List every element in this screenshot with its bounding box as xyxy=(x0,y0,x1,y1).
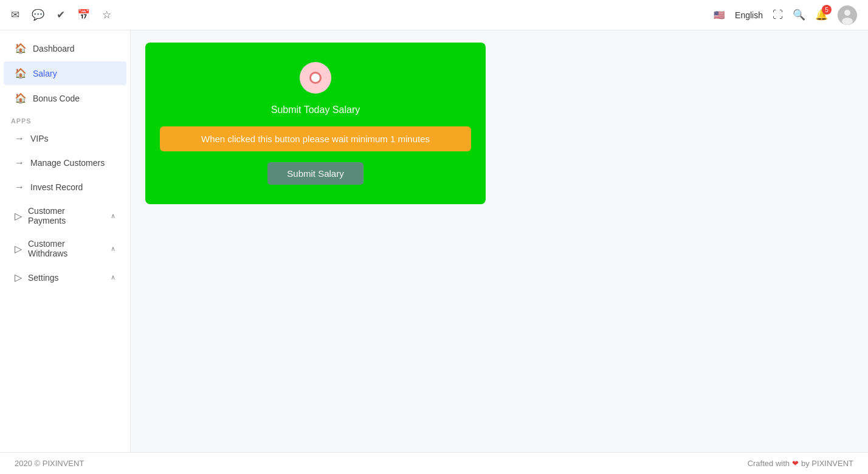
chevron-up-icon-settings: ∧ xyxy=(111,273,115,281)
main-content: Submit Today Salary When clicked this bu… xyxy=(131,30,868,474)
avatar[interactable] xyxy=(838,5,857,25)
triangle-icon-payments: ▷ xyxy=(15,210,22,222)
sidebar-label-vips: VIPs xyxy=(30,134,49,143)
footer: 2020 © PIXINVENT Crafted with ❤ by PIXIN… xyxy=(0,452,868,474)
radio-icon xyxy=(300,62,331,94)
card-title: Submit Today Salary xyxy=(271,105,360,115)
sidebar-item-customer-withdraws[interactable]: ▷ Customer Withdraws ∧ xyxy=(4,233,126,264)
sidebar-label-manage: Manage Customers xyxy=(30,158,105,168)
sidebar-label-dashboard: Dashboard xyxy=(33,44,75,53)
flag-icon: 🇺🇸 xyxy=(714,10,725,21)
check-icon[interactable]: ✔ xyxy=(57,9,65,21)
topnav-icons: ✉ 💬 ✔ 📅 ☆ xyxy=(11,9,111,21)
crafted-text: Crafted with xyxy=(748,459,790,468)
mail-icon[interactable]: ✉ xyxy=(11,9,19,21)
heart-icon: ❤ xyxy=(792,459,799,468)
star-icon[interactable]: ☆ xyxy=(102,9,111,21)
arrow-icon-vips: → xyxy=(15,133,24,144)
triangle-icon-withdraws: ▷ xyxy=(15,243,22,255)
footer-copyright: 2020 © PIXINVENT xyxy=(15,459,84,468)
arrow-icon-invest: → xyxy=(15,182,24,193)
notification-bell[interactable]: 🔔 5 xyxy=(815,9,828,21)
chevron-up-icon-withdraws: ∧ xyxy=(111,245,115,253)
sidebar-item-customer-payments[interactable]: ▷ Customer Payments ∧ xyxy=(4,200,126,232)
sidebar-label-payments: Customer Payments xyxy=(28,206,105,225)
svg-point-2 xyxy=(842,18,853,25)
svg-point-1 xyxy=(844,10,850,16)
sidebar-item-settings[interactable]: ▷ Settings ∧ xyxy=(4,266,126,289)
salary-icon: 🏠 xyxy=(15,67,27,79)
sidebar-item-bonus-code[interactable]: 🏠 Bonus Code xyxy=(4,86,126,110)
search-icon[interactable]: 🔍 xyxy=(793,9,805,21)
triangle-icon-settings: ▷ xyxy=(15,272,22,283)
sidebar: 🏠 Dashboard 🏠 Salary 🏠 Bonus Code APPS →… xyxy=(0,30,131,474)
home-icon: 🏠 xyxy=(15,43,27,54)
calendar-icon[interactable]: 📅 xyxy=(77,9,90,21)
salary-card: Submit Today Salary When clicked this bu… xyxy=(145,43,486,204)
bonus-icon: 🏠 xyxy=(15,92,27,104)
chat-icon[interactable]: 💬 xyxy=(32,9,44,21)
topnav-right: 🇺🇸 English ⛶ 🔍 🔔 5 xyxy=(714,5,857,25)
sidebar-item-vips[interactable]: → VIPs xyxy=(4,127,126,150)
sidebar-label-bonus: Bonus Code xyxy=(33,94,80,103)
warning-bar: When clicked this button please wait min… xyxy=(160,126,471,151)
main-layout: 🏠 Dashboard 🏠 Salary 🏠 Bonus Code APPS →… xyxy=(0,30,868,474)
fullscreen-icon[interactable]: ⛶ xyxy=(773,9,783,21)
sidebar-item-manage-customers[interactable]: → Manage Customers xyxy=(4,151,126,174)
language-label[interactable]: English xyxy=(735,10,763,20)
sidebar-label-invest: Invest Record xyxy=(30,182,83,192)
notification-badge: 5 xyxy=(822,5,832,15)
by-text: by PIXINVENT xyxy=(801,459,853,468)
radio-inner xyxy=(309,72,322,84)
arrow-icon-manage: → xyxy=(15,157,24,168)
footer-crafted: Crafted with ❤ by PIXINVENT xyxy=(748,459,853,468)
sidebar-item-salary[interactable]: 🏠 Salary xyxy=(4,61,126,85)
sidebar-item-invest-record[interactable]: → Invest Record xyxy=(4,176,126,199)
sidebar-label-salary: Salary xyxy=(33,69,57,78)
sidebar-label-withdraws: Customer Withdraws xyxy=(28,239,105,258)
sidebar-item-dashboard[interactable]: 🏠 Dashboard xyxy=(4,36,126,60)
top-navbar: ✉ 💬 ✔ 📅 ☆ 🇺🇸 English ⛶ 🔍 🔔 5 xyxy=(0,0,868,30)
chevron-up-icon-payments: ∧ xyxy=(111,212,115,220)
submit-salary-button[interactable]: Submit Salary xyxy=(267,162,363,185)
sidebar-label-settings: Settings xyxy=(28,273,59,283)
apps-section-label: APPS xyxy=(0,111,130,127)
